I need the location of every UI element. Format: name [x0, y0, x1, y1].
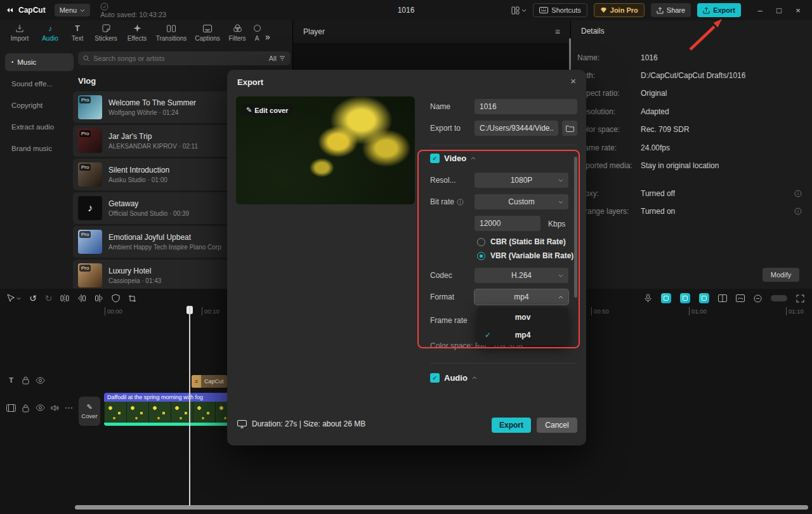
- tab-stickers[interactable]: Stickers: [90, 23, 122, 42]
- eye-icon[interactable]: [36, 377, 45, 384]
- split-button[interactable]: [60, 294, 69, 303]
- captions-icon: [203, 23, 212, 33]
- sticker-icon: [102, 23, 110, 33]
- delete-right-button[interactable]: [95, 294, 103, 303]
- smart-cutout-icon[interactable]: [661, 293, 671, 303]
- share-button[interactable]: Share: [651, 3, 691, 17]
- search-bar: All: [78, 51, 291, 65]
- pointer-icon: [6, 294, 15, 303]
- modify-button[interactable]: Modify: [763, 268, 799, 282]
- edit-cover-button[interactable]: ✎ Edit cover: [241, 104, 293, 116]
- chevron-down-icon: [80, 9, 85, 12]
- export-cover-preview: ✎ Edit cover: [236, 96, 415, 204]
- close-button[interactable]: ×: [790, 6, 806, 15]
- select-tool-button[interactable]: [6, 294, 21, 303]
- pro-badge: Pro: [79, 96, 91, 103]
- eye-icon[interactable]: [36, 404, 45, 411]
- more-tabs-button[interactable]: »: [265, 32, 270, 42]
- format-option-mp4[interactable]: ✓ mp4: [477, 326, 568, 344]
- video-checkbox[interactable]: ✓: [430, 154, 440, 163]
- preview-quality-icon[interactable]: [736, 294, 745, 302]
- search-input[interactable]: [93, 55, 265, 62]
- auto-captions-icon[interactable]: [680, 293, 690, 303]
- music-thumbnail: Pro: [78, 95, 102, 119]
- info-icon[interactable]: [794, 190, 802, 197]
- category-sound-effects[interactable]: Sound effe...: [5, 75, 74, 93]
- cbr-radio[interactable]: [477, 238, 485, 246]
- resolution-select[interactable]: 1080P: [475, 173, 568, 188]
- audio-categories: • Music Sound effe... Copyright Extract …: [5, 53, 74, 161]
- export-path-input[interactable]: [480, 124, 553, 133]
- bitrate-amount-input[interactable]: [480, 219, 535, 228]
- mask-tool-icon[interactable]: [112, 294, 120, 303]
- export-button[interactable]: Export: [697, 3, 741, 17]
- vbr-radio-row[interactable]: VBR (Variable Bit Rate): [477, 251, 573, 260]
- vbr-radio[interactable]: [477, 252, 485, 260]
- audio-checkbox[interactable]: ✓: [430, 373, 440, 383]
- dialog-export-button[interactable]: Export: [492, 418, 531, 433]
- join-pro-button[interactable]: Join Pro: [594, 3, 645, 17]
- shortcuts-button[interactable]: Shortcuts: [533, 3, 587, 17]
- redo-button[interactable]: ↻: [45, 293, 53, 303]
- import-icon: [15, 23, 24, 33]
- mute-icon[interactable]: [51, 404, 59, 412]
- tab-text[interactable]: T Text: [66, 23, 89, 42]
- tab-effects[interactable]: Effects: [123, 23, 151, 42]
- maximize-button[interactable]: □: [771, 6, 787, 15]
- tab-adjustment-truncated[interactable]: A: [251, 23, 263, 42]
- delete-left-button[interactable]: [77, 294, 86, 303]
- capcut-ending-sticker[interactable]: ≡ CapCut: [192, 375, 227, 388]
- lock-icon[interactable]: [22, 404, 30, 412]
- lock-icon[interactable]: [22, 376, 30, 385]
- smart-tools-icon[interactable]: [699, 293, 709, 303]
- chevron-up-icon[interactable]: [472, 376, 477, 379]
- music-thumbnail: Pro: [78, 162, 102, 187]
- crop-tool-icon[interactable]: [128, 294, 136, 303]
- tab-import[interactable]: Import: [5, 23, 34, 42]
- category-music[interactable]: • Music: [5, 53, 74, 71]
- category-brand-music[interactable]: Brand music: [5, 140, 74, 157]
- category-extract-audio[interactable]: Extract audio: [5, 118, 74, 136]
- zoom-slider[interactable]: [771, 295, 787, 301]
- timeline-horizontal-scrollbar[interactable]: [75, 505, 808, 510]
- cover-button[interactable]: ✎ Cover: [79, 397, 100, 426]
- export-name-input[interactable]: [480, 102, 572, 111]
- bitrate-label: Bit rate: [430, 197, 464, 206]
- sticker-icon: ≡: [192, 375, 201, 388]
- details-panel: Details Name:1016 Path:D:/CapCut/CapCut …: [571, 20, 812, 289]
- menu-button[interactable]: Menu: [55, 4, 91, 16]
- bitrate-select[interactable]: Custom: [475, 194, 568, 209]
- codec-select[interactable]: H.264: [475, 268, 568, 283]
- info-icon[interactable]: [794, 208, 802, 215]
- category-copyright[interactable]: Copyright: [5, 96, 74, 114]
- fit-timeline-icon[interactable]: [796, 294, 804, 303]
- chevron-up-icon[interactable]: [471, 157, 476, 160]
- tab-captions[interactable]: Captions: [192, 23, 223, 42]
- tab-filters[interactable]: Filters: [225, 23, 250, 42]
- dialog-cancel-button[interactable]: Cancel: [537, 418, 577, 433]
- tab-transitions[interactable]: Transitions: [152, 23, 190, 42]
- split-view-icon[interactable]: [718, 294, 727, 302]
- filter-all-button[interactable]: All: [269, 55, 285, 62]
- topbar: CapCut Menu Auto saved: 10:43:23 1016 Sh…: [0, 0, 812, 20]
- workspace-layout-button[interactable]: [511, 6, 527, 15]
- chevron-down-icon: [558, 274, 563, 277]
- minimize-button[interactable]: –: [752, 6, 768, 15]
- tab-audio[interactable]: ♪ Audio: [36, 23, 65, 42]
- format-select[interactable]: mp4: [475, 289, 568, 305]
- export-icon: [703, 7, 710, 14]
- undo-button[interactable]: ↺: [29, 293, 37, 303]
- capcut-logo: CapCut: [6, 6, 46, 15]
- format-dropdown-menu: mov ✓ mp4: [477, 307, 568, 345]
- player-menu-icon[interactable]: ≡: [555, 27, 560, 37]
- resolution-label: Resol...: [430, 176, 456, 185]
- info-icon[interactable]: [457, 199, 464, 206]
- format-option-mov[interactable]: mov: [477, 308, 568, 326]
- zoom-out-icon[interactable]: [754, 294, 762, 303]
- record-audio-icon[interactable]: [644, 294, 652, 303]
- more-options-icon[interactable]: ⋯: [65, 403, 73, 412]
- dialog-close-icon[interactable]: ×: [570, 76, 576, 86]
- dialog-scrollbar[interactable]: [574, 157, 577, 298]
- cbr-radio-row[interactable]: CBR (Static Bit Rate): [477, 237, 566, 246]
- browse-folder-button[interactable]: [562, 121, 577, 136]
